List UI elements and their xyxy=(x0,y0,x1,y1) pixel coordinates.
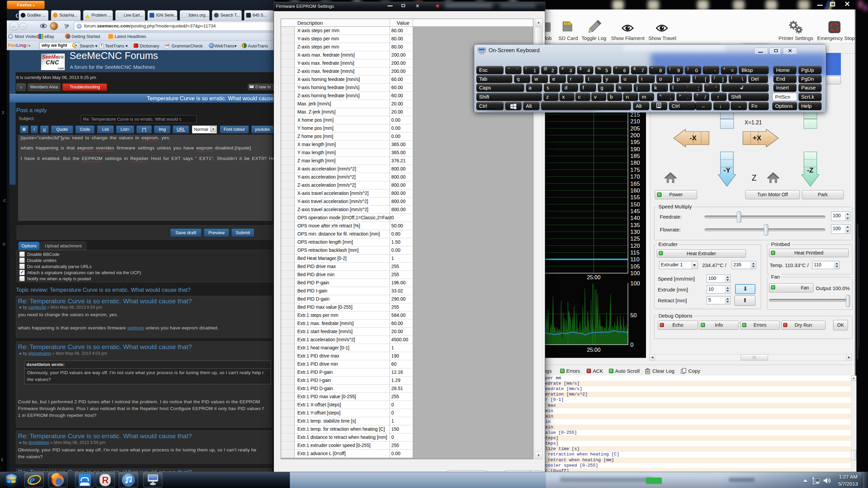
svg-text:180: 180 xyxy=(630,160,640,166)
svg-text:195: 195 xyxy=(630,139,640,145)
svg-text:50: 50 xyxy=(630,312,637,319)
svg-text:140: 140 xyxy=(630,215,640,221)
svg-text:100: 100 xyxy=(630,280,640,287)
svg-text:150: 150 xyxy=(630,201,640,208)
svg-text:115: 115 xyxy=(630,249,639,256)
svg-text:155: 155 xyxy=(630,194,640,201)
svg-text:+X: +X xyxy=(753,134,762,142)
svg-text:105: 105 xyxy=(630,263,640,270)
svg-text:170: 170 xyxy=(630,174,640,180)
svg-text:135: 135 xyxy=(630,222,640,228)
svg-text:100: 100 xyxy=(630,270,640,277)
svg-text:160: 160 xyxy=(630,187,640,194)
svg-text:0: 0 xyxy=(630,342,633,348)
svg-text:165: 165 xyxy=(630,181,640,187)
svg-text:185: 185 xyxy=(630,153,640,159)
svg-text:200: 200 xyxy=(630,132,640,139)
svg-text:-Z: -Z xyxy=(807,166,813,174)
svg-text:205: 205 xyxy=(630,125,640,132)
svg-text:25:00: 25:00 xyxy=(587,347,600,353)
svg-text:210: 210 xyxy=(630,118,640,125)
svg-text:-X: -X xyxy=(690,134,697,142)
svg-text:145: 145 xyxy=(630,208,640,215)
svg-text:110: 110 xyxy=(630,256,639,263)
svg-text:130: 130 xyxy=(630,229,640,235)
svg-text:-Y: -Y xyxy=(724,166,731,174)
svg-text:190: 190 xyxy=(630,146,640,152)
svg-text:120: 120 xyxy=(630,243,640,249)
svg-text:175: 175 xyxy=(630,167,640,173)
svg-text:25:00: 25:00 xyxy=(587,274,600,280)
svg-text:125: 125 xyxy=(630,236,640,242)
